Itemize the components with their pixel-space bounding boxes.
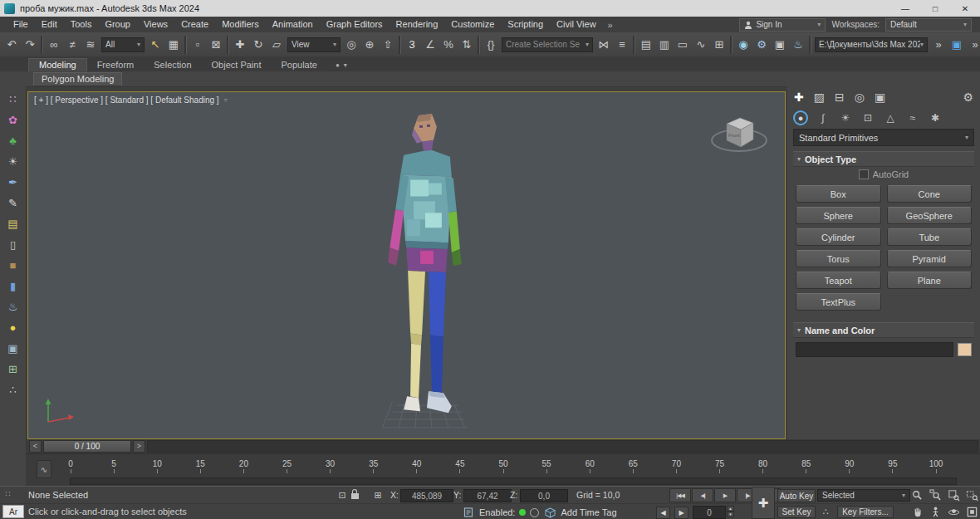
cylinder-icon[interactable]: ▮ xyxy=(5,277,22,294)
auto-key-button[interactable]: Auto Key xyxy=(777,489,816,502)
object-type-teapot-button[interactable]: Teapot xyxy=(796,272,881,289)
display-tab[interactable]: ▣ xyxy=(875,91,885,104)
plant-icon[interactable]: ♣ xyxy=(5,132,22,149)
select-and-manipulate-icon[interactable]: ⊕ xyxy=(360,36,379,54)
render-production-icon[interactable]: ♨ xyxy=(789,36,807,54)
ribbon-tab-modeling[interactable]: Modeling xyxy=(28,58,87,71)
polygon-modeling-panel-tab[interactable]: Polygon Modeling xyxy=(33,72,122,86)
zoom-icon[interactable] xyxy=(909,488,925,502)
primitives-dropdown[interactable]: Standard Primitives ▾ xyxy=(793,129,974,146)
menu-item-create[interactable]: Create xyxy=(174,17,215,32)
ribbon-tab-selection[interactable]: Selection xyxy=(144,59,201,71)
object-type-tube-button[interactable]: Tube xyxy=(887,228,973,246)
x-coordinate-field[interactable]: 485,089 xyxy=(400,489,453,502)
previous-frame-button[interactable]: ◀| xyxy=(692,488,713,502)
page-icon[interactable]: ▯ xyxy=(5,236,22,252)
time-slider-track[interactable] xyxy=(147,440,978,453)
spinner-up-icon[interactable]: ▴ xyxy=(727,506,734,512)
object-type-cone-button[interactable]: Cone xyxy=(887,185,973,203)
render-setup-icon[interactable]: ⚙ xyxy=(752,36,771,54)
sun-icon[interactable]: ☀ xyxy=(5,153,22,169)
autogrid-checkbox[interactable] xyxy=(859,169,869,179)
object-type-cylinder-button[interactable]: Cylinder xyxy=(796,228,881,246)
systems-category[interactable]: ✱ xyxy=(928,110,943,125)
zoom-all-icon[interactable] xyxy=(927,488,943,502)
selection-filter-dropdown[interactable]: All▾ xyxy=(101,37,145,52)
track-bar[interactable]: ∿ 05101520253035404550556065707580859095… xyxy=(26,453,980,487)
object-type-textplus-button[interactable]: TextPlus xyxy=(796,293,881,311)
bind-to-space-warp-icon[interactable]: ≋ xyxy=(81,36,100,54)
dots-icon[interactable]: ∷ xyxy=(5,91,22,107)
shapes-category[interactable]: ∫ xyxy=(816,110,831,125)
keyable-icon[interactable]: ∴ xyxy=(819,505,832,518)
grid-icon[interactable]: ⊞ xyxy=(5,360,22,377)
named-selection-sets-icon[interactable]: {} xyxy=(482,36,500,54)
mirror-icon[interactable]: ⋈ xyxy=(595,36,613,54)
monitor-icon[interactable]: ▣ xyxy=(5,340,22,356)
menu-item-customize[interactable]: Customize xyxy=(444,17,501,32)
z-coordinate-field[interactable]: 0,0 xyxy=(520,489,568,502)
y-coordinate-field[interactable]: 67,42 xyxy=(463,489,512,502)
object-type-geosphere-button[interactable]: GeoSphere xyxy=(887,207,973,224)
sign-in-dropdown[interactable]: Sign In ▾ xyxy=(739,18,826,32)
transform-type-in-icon[interactable]: ⊞ xyxy=(371,488,385,502)
maximize-button[interactable]: □ xyxy=(920,0,950,17)
footprints-icon[interactable]: ∴ xyxy=(5,381,22,398)
align-icon[interactable]: ≡ xyxy=(613,36,631,54)
pencil-icon[interactable]: ✎ xyxy=(5,194,22,211)
flower-icon[interactable]: ✿ xyxy=(5,111,22,128)
select-by-name-icon[interactable]: ▦ xyxy=(164,36,183,54)
pan-icon[interactable] xyxy=(909,505,925,518)
ribbon-config-icon[interactable]: ▾ xyxy=(344,61,347,69)
select-and-scale-icon[interactable]: ▱ xyxy=(267,36,286,54)
minimize-button[interactable]: — xyxy=(890,0,920,17)
viewport-flyout-icon[interactable]: ▿ xyxy=(224,96,228,104)
menu-item-animation[interactable]: Animation xyxy=(266,17,320,32)
select-and-link-icon[interactable]: ∞ xyxy=(45,36,63,54)
spinner-down-icon[interactable]: ▾ xyxy=(727,512,734,517)
zoom-region-icon[interactable] xyxy=(963,488,980,502)
bulb-icon[interactable]: ● xyxy=(5,319,22,335)
object-color-swatch[interactable] xyxy=(958,343,972,356)
orbit-icon[interactable] xyxy=(945,505,962,518)
toolbar-overflow-icon[interactable]: » xyxy=(929,36,948,54)
frame-spinner-value[interactable]: 0 xyxy=(693,506,726,519)
redo-icon[interactable]: ↷ xyxy=(21,36,39,54)
listener-icon[interactable] xyxy=(462,506,475,519)
schematic-view-icon[interactable]: ⊞ xyxy=(710,36,728,54)
menu-overflow-icon[interactable]: » xyxy=(603,20,618,30)
menu-item-graph-editors[interactable]: Graph Editors xyxy=(320,17,390,32)
unlink-selection-icon[interactable]: ≠ xyxy=(63,36,81,54)
ribbon-tab-object-paint[interactable]: Object Paint xyxy=(202,59,272,71)
previous-frame-slider-button[interactable]: < xyxy=(29,440,42,453)
feather-icon[interactable]: ✒ xyxy=(5,174,22,190)
enabled-indicator[interactable] xyxy=(519,509,526,516)
maximize-viewport-icon[interactable] xyxy=(963,505,980,518)
percent-snap-icon[interactable]: % xyxy=(439,36,458,54)
menu-item-modifiers[interactable]: Modifiers xyxy=(215,17,266,32)
isolate-selection-icon[interactable]: ⊡ xyxy=(336,488,349,502)
ribbon-toggle-icon[interactable]: ▭ xyxy=(674,36,692,54)
modify-tab[interactable]: ▨ xyxy=(814,91,825,104)
time-tag-cube-icon[interactable] xyxy=(543,506,556,519)
utilities-tab[interactable]: ⚙ xyxy=(963,91,973,104)
window-crossing-icon[interactable]: ⊠ xyxy=(207,36,225,54)
spinner-snap-icon[interactable]: ⇅ xyxy=(458,36,476,54)
menu-item-group[interactable]: Group xyxy=(98,17,137,32)
hierarchy-tab[interactable]: ⊟ xyxy=(835,91,845,104)
set-key-button[interactable]: Set Key xyxy=(777,506,816,518)
human-model[interactable] xyxy=(375,104,477,436)
menu-item-scripting[interactable]: Scripting xyxy=(501,17,550,32)
time-slider-handle[interactable]: 0 / 100 xyxy=(43,440,131,453)
viewcube-face-label[interactable]: Front xyxy=(728,133,740,138)
go-to-start-button[interactable]: |◀◀ xyxy=(669,488,691,502)
object-type-plane-button[interactable]: Plane xyxy=(887,272,973,289)
helpers-category[interactable]: △ xyxy=(883,110,898,125)
toolbar-overflow2-icon[interactable]: » xyxy=(966,36,980,54)
name-color-rollout-header[interactable]: ▾ Name and Color xyxy=(793,322,974,338)
object-type-rollout-header[interactable]: ▾ Object Type xyxy=(793,151,974,167)
menu-item-edit[interactable]: Edit xyxy=(35,17,64,32)
next-frame-slider-button[interactable]: > xyxy=(133,440,145,453)
viewport-label-text[interactable]: [ + ] [ Perspective ] [ Standard ] [ Def… xyxy=(34,95,219,105)
project-folder-dropdown[interactable]: E:\Документы\3ds Max 2024▾ xyxy=(815,37,928,52)
